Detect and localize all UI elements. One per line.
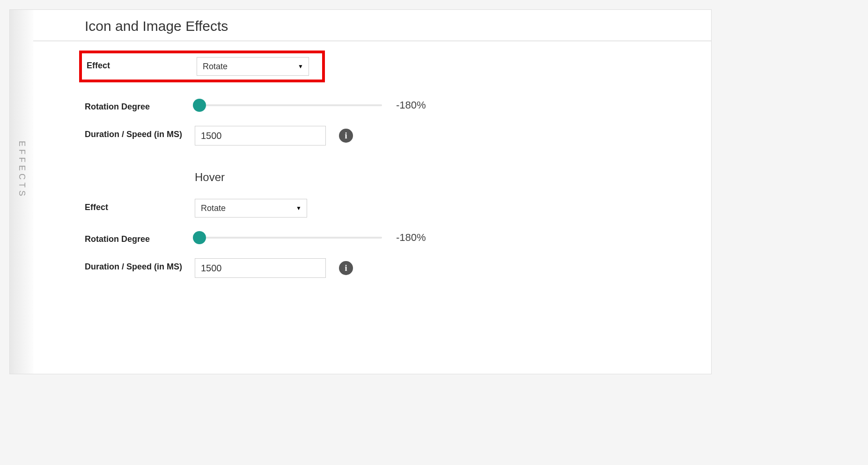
info-icon[interactable]: i — [339, 261, 353, 275]
slider-thumb[interactable] — [193, 99, 206, 112]
hover-effect-row: Effect Rotate ▼ — [85, 192, 711, 224]
hover-duration-input[interactable] — [195, 258, 326, 278]
rotation-value: -180% — [396, 99, 426, 111]
rotation-row: Rotation Degree -180% — [85, 92, 711, 119]
sidebar-tab-label: EFFECTS — [17, 141, 27, 199]
duration-label: Duration / Speed (in MS) — [85, 126, 195, 140]
hover-rotation-slider[interactable] — [195, 231, 382, 245]
rotation-label: Rotation Degree — [85, 98, 195, 113]
hover-rotation-control: -180% — [195, 231, 426, 245]
effect-control: Rotate ▼ — [197, 57, 309, 76]
section-title: Icon and Image Effects — [85, 10, 711, 41]
hover-duration-row: Duration / Speed (in MS) i — [85, 252, 711, 284]
effect-label: Effect — [87, 57, 197, 72]
rotation-control: -180% — [195, 98, 426, 112]
effects-panel: EFFECTS Icon and Image Effects Effect Ro… — [9, 9, 712, 374]
slider-track-line — [195, 237, 382, 239]
info-icon[interactable]: i — [339, 129, 353, 143]
sidebar-tab-effects[interactable]: EFFECTS — [10, 10, 33, 374]
duration-control: i — [195, 126, 353, 145]
rotation-slider[interactable] — [195, 98, 382, 112]
slider-track-line — [195, 104, 382, 106]
duration-row: Duration / Speed (in MS) i — [85, 119, 711, 152]
form-rows: Effect Rotate ▼ Rotation Degree — [33, 51, 711, 284]
title-divider — [33, 41, 711, 41]
duration-input[interactable] — [195, 126, 326, 145]
hover-rotation-value: -180% — [396, 232, 426, 244]
hover-effect-label: Effect — [85, 199, 195, 213]
hover-rotation-label: Rotation Degree — [85, 231, 195, 245]
hover-effect-select[interactable]: Rotate — [195, 199, 307, 218]
effects-content: Icon and Image Effects Effect Rotate ▼ R — [33, 10, 711, 374]
slider-thumb[interactable] — [193, 231, 206, 244]
hover-rotation-row: Rotation Degree -180% — [85, 224, 711, 252]
effect-select-wrap: Rotate ▼ — [197, 57, 309, 76]
hover-effect-select-wrap: Rotate ▼ — [195, 199, 307, 218]
hover-duration-label: Duration / Speed (in MS) — [85, 258, 195, 273]
effect-row-highlighted: Effect Rotate ▼ — [79, 51, 325, 82]
hover-effect-control: Rotate ▼ — [195, 199, 307, 218]
effect-select[interactable]: Rotate — [197, 57, 309, 76]
hover-heading: Hover — [85, 152, 711, 192]
hover-duration-control: i — [195, 258, 353, 278]
